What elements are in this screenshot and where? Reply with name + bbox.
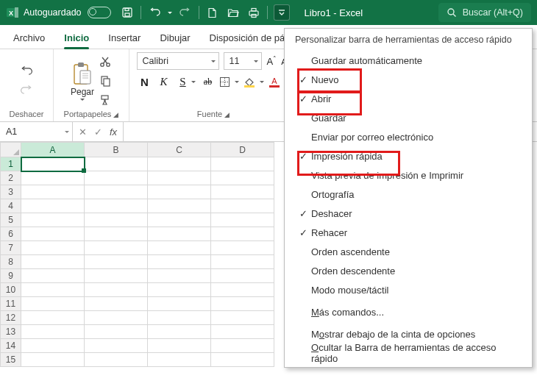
save-icon[interactable] xyxy=(120,5,135,20)
tab-insertar[interactable]: Insertar xyxy=(101,28,148,49)
row-header[interactable]: 10 xyxy=(1,283,21,297)
name-box-dropdown-icon[interactable] xyxy=(65,131,69,133)
cell[interactable] xyxy=(211,311,274,325)
tab-inicio[interactable]: Inicio xyxy=(57,28,96,49)
cell[interactable] xyxy=(21,255,85,269)
cell[interactable] xyxy=(85,213,148,227)
borders-dropdown-icon[interactable] xyxy=(235,81,239,83)
cell[interactable] xyxy=(85,241,148,255)
ribbon-undo-icon[interactable] xyxy=(20,65,33,78)
cell[interactable] xyxy=(211,283,274,297)
cell[interactable] xyxy=(21,171,85,185)
cut-icon[interactable] xyxy=(99,55,112,68)
strikethrough-button[interactable]: ab xyxy=(200,76,215,88)
row-header[interactable]: 7 xyxy=(1,241,21,255)
cell[interactable] xyxy=(211,325,274,339)
cell[interactable] xyxy=(148,353,211,367)
cell[interactable] xyxy=(148,213,211,227)
cell[interactable] xyxy=(21,241,85,255)
tab-archivo[interactable]: Archivo xyxy=(6,28,52,49)
ribbon-redo-icon[interactable] xyxy=(20,84,33,97)
search-box[interactable]: Buscar (Alt+Q) xyxy=(438,3,531,22)
italic-button[interactable]: K xyxy=(156,76,171,88)
cell[interactable] xyxy=(148,269,211,283)
copy-icon[interactable] xyxy=(99,74,112,88)
cell[interactable] xyxy=(85,227,148,241)
tab-dibujar[interactable]: Dibujar xyxy=(152,28,197,49)
cell[interactable] xyxy=(148,157,211,171)
row-header[interactable]: 5 xyxy=(1,213,21,227)
font-color-icon[interactable]: A xyxy=(268,76,280,88)
cell[interactable] xyxy=(211,157,274,171)
cancel-formula-icon[interactable]: ✕ xyxy=(79,126,87,138)
cell[interactable] xyxy=(21,297,85,311)
col-header[interactable]: C xyxy=(148,143,211,157)
qat-menu-item[interactable]: Orden descendente xyxy=(285,261,532,280)
cell[interactable] xyxy=(148,255,211,269)
row-header[interactable]: 14 xyxy=(1,339,21,353)
row-header[interactable]: 11 xyxy=(1,297,21,311)
cell[interactable] xyxy=(21,227,85,241)
cell[interactable] xyxy=(85,353,148,367)
cell[interactable] xyxy=(85,325,148,339)
row-header[interactable]: 1 xyxy=(1,157,21,171)
qat-menu-item[interactable]: Ocultar la Barra de herramientas de acce… xyxy=(285,343,532,363)
cell[interactable] xyxy=(148,241,211,255)
qat-menu-item[interactable]: Guardar xyxy=(285,108,532,127)
redo-icon[interactable] xyxy=(178,5,193,20)
name-box[interactable]: A1 xyxy=(0,122,73,141)
cell[interactable] xyxy=(21,311,85,325)
row-header[interactable]: 15 xyxy=(1,353,21,367)
cell[interactable] xyxy=(211,241,274,255)
cell[interactable] xyxy=(211,199,274,213)
col-header[interactable]: B xyxy=(85,143,148,157)
cell[interactable] xyxy=(85,283,148,297)
cell[interactable] xyxy=(85,185,148,199)
qat-menu-item[interactable]: Mostrar debajo de la cinta de opciones xyxy=(285,324,532,343)
increase-font-icon[interactable]: A˄ xyxy=(266,55,277,67)
cell[interactable] xyxy=(211,227,274,241)
cell[interactable] xyxy=(148,185,211,199)
accept-formula-icon[interactable]: ✓ xyxy=(94,126,102,138)
cell[interactable] xyxy=(85,199,148,213)
qat-menu-item[interactable]: ✓Nuevo xyxy=(285,70,532,89)
customize-qat-button[interactable] xyxy=(274,4,290,21)
qat-menu-item[interactable]: Guardar automáticamente xyxy=(285,51,532,70)
qat-menu-item[interactable]: ✓Rehacer xyxy=(285,223,532,242)
underline-button[interactable]: S xyxy=(175,76,190,88)
qat-menu-item[interactable]: Ortografía xyxy=(285,185,532,204)
cell[interactable] xyxy=(148,171,211,185)
cell[interactable] xyxy=(148,325,211,339)
paste-button[interactable]: Pegar xyxy=(71,62,94,101)
bold-button[interactable]: N xyxy=(137,76,152,88)
row-header[interactable]: 9 xyxy=(1,269,21,283)
cell[interactable] xyxy=(85,255,148,269)
cell[interactable] xyxy=(211,353,274,367)
cell[interactable] xyxy=(85,339,148,353)
cell[interactable] xyxy=(148,283,211,297)
cell[interactable] xyxy=(85,311,148,325)
cell[interactable] xyxy=(211,171,274,185)
qat-menu-item[interactable]: Más comandos... xyxy=(285,302,532,321)
cell[interactable] xyxy=(148,297,211,311)
select-all-corner[interactable] xyxy=(1,143,21,157)
undo-icon[interactable] xyxy=(147,5,162,20)
row-header[interactable]: 12 xyxy=(1,311,21,325)
qat-menu-item[interactable]: ✓Impresión rápida xyxy=(285,146,532,165)
cell[interactable] xyxy=(21,283,85,297)
format-painter-icon[interactable] xyxy=(99,93,112,107)
borders-icon[interactable] xyxy=(219,76,230,88)
qat-menu-item[interactable]: ✓Deshacer xyxy=(285,204,532,223)
cell[interactable] xyxy=(21,353,85,367)
col-header[interactable]: A xyxy=(21,143,85,157)
cell[interactable] xyxy=(85,297,148,311)
autosave-toggle[interactable] xyxy=(88,7,111,18)
undo-dropdown-icon[interactable] xyxy=(168,12,172,14)
cell[interactable] xyxy=(148,311,211,325)
cell[interactable] xyxy=(21,213,85,227)
fill-dropdown-icon[interactable] xyxy=(260,81,264,83)
new-icon[interactable] xyxy=(205,5,220,20)
open-icon[interactable] xyxy=(226,5,241,20)
cell[interactable] xyxy=(148,339,211,353)
fx-icon[interactable]: fx xyxy=(110,126,117,138)
